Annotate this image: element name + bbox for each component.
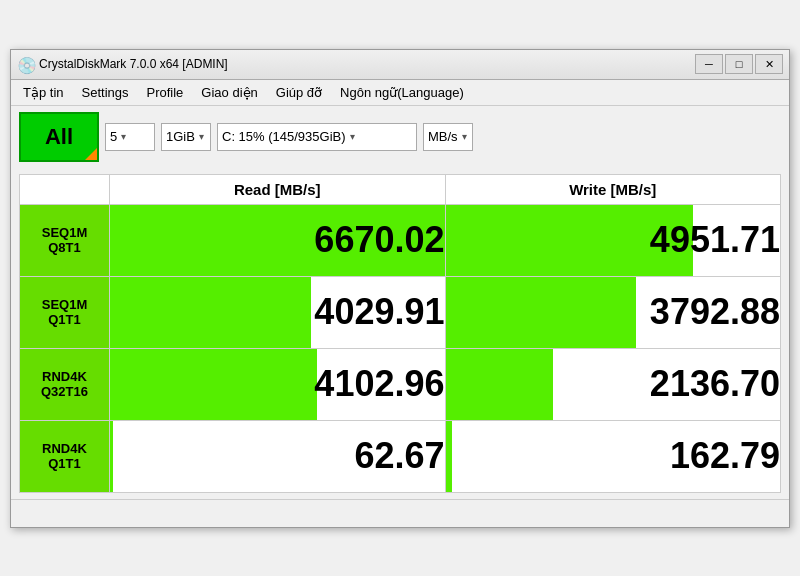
col-write-header: Write [MB/s] <box>445 174 781 204</box>
table-row: SEQ1MQ1T14029.913792.88 <box>20 276 781 348</box>
menu-giup-do[interactable]: Giúp đỡ <box>268 82 330 103</box>
menu-ngon-ngu[interactable]: Ngôn ngữ(Language) <box>332 82 472 103</box>
read-value-0: 6670.02 <box>110 204 446 276</box>
menu-bar: Tập tin Settings Profile Giao diện Giúp … <box>11 80 789 106</box>
row-label-1: SEQ1MQ1T1 <box>20 276 110 348</box>
row-label-0: SEQ1MQ8T1 <box>20 204 110 276</box>
toolbar: All 5 ▾ 1GiB ▾ C: 15% (145/935GiB) ▾ MB/… <box>11 106 789 168</box>
menu-settings[interactable]: Settings <box>74 82 137 103</box>
menu-profile[interactable]: Profile <box>139 82 192 103</box>
size-dropdown[interactable]: 1GiB ▾ <box>161 123 211 151</box>
table-row: RND4KQ32T164102.962136.70 <box>20 348 781 420</box>
unit-dropdown[interactable]: MB/s ▾ <box>423 123 473 151</box>
content-area: Read [MB/s] Write [MB/s] SEQ1MQ8T16670.0… <box>11 168 789 499</box>
window-controls: ─ □ ✕ <box>695 54 783 74</box>
minimize-button[interactable]: ─ <box>695 54 723 74</box>
main-window: 💿 CrystalDiskMark 7.0.0 x64 [ADMIN] ─ □ … <box>10 49 790 528</box>
write-value-1: 3792.88 <box>445 276 781 348</box>
drive-dropdown[interactable]: C: 15% (145/935GiB) ▾ <box>217 123 417 151</box>
unit-dropdown-arrow: ▾ <box>462 131 467 142</box>
count-dropdown-arrow: ▾ <box>121 131 126 142</box>
read-value-3: 62.67 <box>110 420 446 492</box>
window-title: CrystalDiskMark 7.0.0 x64 [ADMIN] <box>39 57 228 71</box>
col-read-header: Read [MB/s] <box>110 174 446 204</box>
menu-tap-tin[interactable]: Tập tin <box>15 82 72 103</box>
table-row: SEQ1MQ8T16670.024951.71 <box>20 204 781 276</box>
write-value-3: 162.79 <box>445 420 781 492</box>
read-value-2: 4102.96 <box>110 348 446 420</box>
write-value-2: 2136.70 <box>445 348 781 420</box>
status-bar <box>11 499 789 527</box>
all-button[interactable]: All <box>19 112 99 162</box>
read-value-1: 4029.91 <box>110 276 446 348</box>
drive-dropdown-arrow: ▾ <box>350 131 355 142</box>
size-dropdown-arrow: ▾ <box>199 131 204 142</box>
title-bar: 💿 CrystalDiskMark 7.0.0 x64 [ADMIN] ─ □ … <box>11 50 789 80</box>
maximize-button[interactable]: □ <box>725 54 753 74</box>
app-icon: 💿 <box>17 56 33 72</box>
row-label-3: RND4KQ1T1 <box>20 420 110 492</box>
results-table: Read [MB/s] Write [MB/s] SEQ1MQ8T16670.0… <box>19 174 781 493</box>
close-button[interactable]: ✕ <box>755 54 783 74</box>
menu-giao-dien[interactable]: Giao diện <box>193 82 265 103</box>
table-row: RND4KQ1T162.67162.79 <box>20 420 781 492</box>
count-dropdown[interactable]: 5 ▾ <box>105 123 155 151</box>
row-label-2: RND4KQ32T16 <box>20 348 110 420</box>
write-value-0: 4951.71 <box>445 204 781 276</box>
